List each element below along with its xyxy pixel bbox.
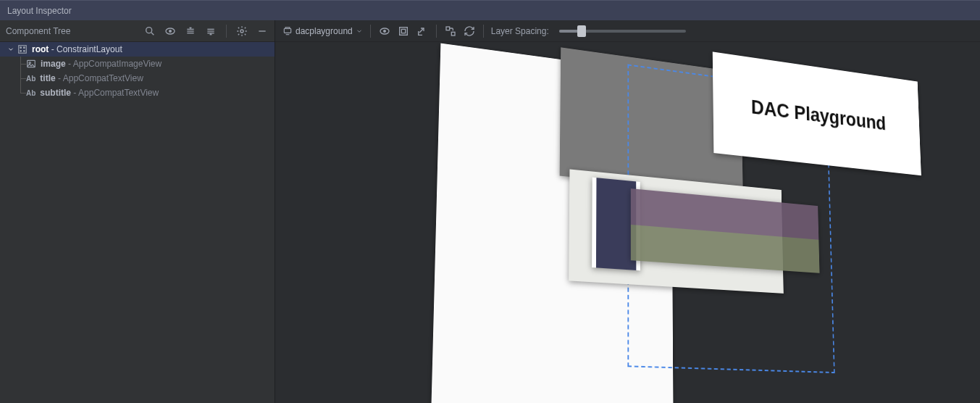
component-tree-panel: Component Tree bbox=[0, 20, 275, 403]
svg-point-18 bbox=[29, 62, 30, 64]
layer-spacing-slider[interactable] bbox=[559, 30, 686, 33]
tree-guide bbox=[16, 86, 26, 100]
svg-point-13 bbox=[20, 47, 22, 49]
separator bbox=[436, 25, 437, 38]
layout-canvas-panel: dacplayground Layer Spacing: bbox=[275, 20, 980, 403]
window-title: Layout Inspector bbox=[7, 6, 72, 16]
select-view-icon[interactable] bbox=[397, 25, 410, 38]
toggle-view-attributes-icon[interactable] bbox=[378, 25, 391, 38]
process-dropdown[interactable]: dacplayground bbox=[282, 26, 363, 36]
panel-header-icons bbox=[143, 25, 269, 38]
svg-point-0 bbox=[146, 27, 152, 33]
node-label: root - ConstraintLayout bbox=[32, 44, 122, 54]
node-type-icon: Ab bbox=[26, 89, 35, 97]
node-type-icon bbox=[17, 44, 28, 54]
svg-rect-27 bbox=[446, 27, 450, 30]
svg-point-15 bbox=[20, 50, 22, 51]
canvas-toolbar: dacplayground Layer Spacing: bbox=[275, 20, 980, 42]
chevron-down-icon bbox=[356, 28, 363, 35]
svg-point-16 bbox=[23, 50, 25, 51]
tree-node-subtitle[interactable]: Absubtitle - AppCompatTextView bbox=[0, 86, 275, 100]
component-tree-header: Component Tree bbox=[0, 20, 275, 42]
svg-point-10 bbox=[240, 30, 243, 33]
svg-line-26 bbox=[419, 28, 424, 33]
search-icon[interactable] bbox=[143, 25, 156, 38]
export-icon[interactable] bbox=[416, 25, 429, 38]
refresh-icon[interactable] bbox=[463, 25, 476, 38]
layer-spacing-label: Layer Spacing: bbox=[491, 26, 549, 36]
node-type-icon: Ab bbox=[26, 75, 35, 83]
visibility-icon[interactable] bbox=[164, 25, 177, 38]
hide-icon[interactable] bbox=[256, 25, 269, 38]
main-area: Component Tree bbox=[0, 20, 980, 403]
slider-thumb[interactable] bbox=[577, 25, 586, 37]
svg-line-1 bbox=[151, 33, 154, 35]
tree-node-title[interactable]: Abtitle - AppCompatTextView bbox=[0, 71, 275, 86]
svg-point-14 bbox=[23, 47, 25, 49]
svg-point-23 bbox=[383, 30, 385, 32]
svg-rect-12 bbox=[19, 46, 27, 54]
separator bbox=[226, 25, 227, 38]
expand-all-icon[interactable] bbox=[184, 25, 197, 38]
separator bbox=[370, 25, 371, 38]
node-label: image - AppCompatImageView bbox=[41, 59, 162, 69]
title-card-text: DAC Playground bbox=[750, 96, 886, 135]
tree-node-image[interactable]: image - AppCompatImageView bbox=[0, 57, 275, 71]
layout-3d-canvas[interactable]: DAC Playground bbox=[275, 42, 980, 403]
node-type-icon bbox=[26, 59, 36, 69]
tree-guide bbox=[16, 71, 26, 86]
separator bbox=[483, 25, 484, 38]
svg-point-3 bbox=[169, 30, 172, 32]
svg-rect-25 bbox=[401, 29, 405, 33]
svg-rect-28 bbox=[451, 32, 455, 36]
svg-rect-19 bbox=[284, 28, 290, 33]
process-name: dacplayground bbox=[296, 26, 353, 36]
collapse-all-icon[interactable] bbox=[204, 25, 217, 38]
svg-rect-24 bbox=[399, 27, 407, 35]
node-label: title - AppCompatTextView bbox=[40, 73, 143, 83]
tree-node-root[interactable]: root - ConstraintLayout bbox=[0, 42, 275, 57]
tree-guide bbox=[16, 57, 26, 71]
live-updates-icon[interactable] bbox=[444, 25, 457, 38]
component-tree[interactable]: root - ConstraintLayoutimage - AppCompat… bbox=[0, 42, 275, 100]
window-title-bar: Layout Inspector bbox=[0, 0, 980, 20]
component-tree-title: Component Tree bbox=[6, 26, 70, 36]
gear-icon[interactable] bbox=[235, 25, 248, 38]
node-label: subtitle - AppCompatTextView bbox=[40, 88, 159, 98]
svg-rect-20 bbox=[285, 27, 290, 28]
chevron-down-icon[interactable] bbox=[7, 46, 14, 53]
